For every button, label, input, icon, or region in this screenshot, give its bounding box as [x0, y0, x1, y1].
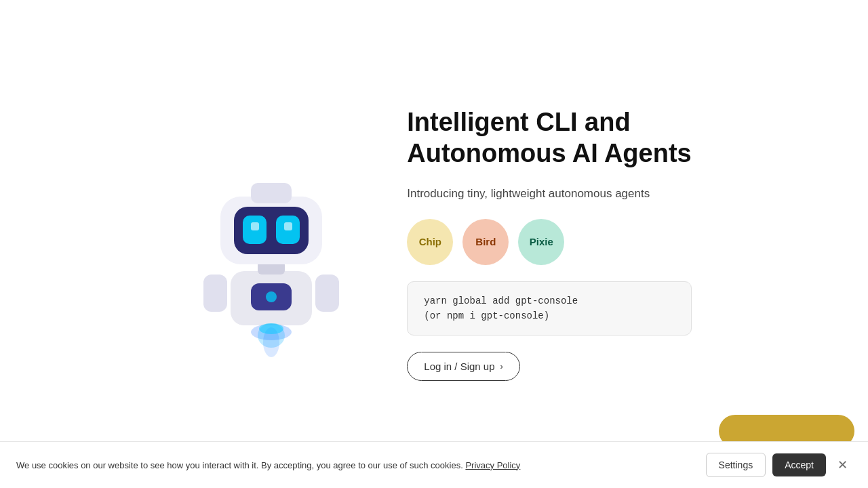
cookie-banner: We use cookies on our website to see how… — [0, 441, 868, 488]
cookie-accept-button[interactable]: Accept — [772, 453, 826, 476]
cookie-settings-button[interactable]: Settings — [706, 453, 766, 477]
agent-bird-button[interactable]: Bird — [462, 219, 509, 265]
cookie-text: We use cookies on our website to see how… — [16, 460, 695, 470]
svg-rect-8 — [284, 222, 292, 230]
cookie-close-button[interactable]: ✕ — [833, 455, 852, 474]
subtitle-text: Introducing tiny, lightweight autonomous… — [407, 185, 691, 203]
close-icon: ✕ — [837, 458, 848, 472]
svg-rect-7 — [251, 222, 259, 230]
svg-point-16 — [259, 323, 283, 334]
svg-rect-11 — [203, 274, 227, 312]
svg-rect-3 — [251, 183, 292, 203]
privacy-policy-link[interactable]: Privacy Policy — [465, 460, 520, 470]
install-code-block: yarn global add gpt-console (or npm i gp… — [407, 281, 691, 336]
svg-rect-12 — [315, 274, 339, 312]
chevron-right-icon: › — [500, 361, 503, 371]
login-signup-button[interactable]: Log in / Sign up › — [407, 352, 520, 381]
robot-illustration — [176, 115, 366, 373]
cookie-actions: Settings Accept ✕ — [706, 453, 852, 477]
agent-bubbles: Chip Bird Pixie — [407, 219, 691, 265]
right-content: Intelligent CLI and Autonomous AI Agents… — [407, 107, 691, 381]
svg-point-10 — [266, 291, 277, 302]
code-line-1: yarn global add gpt-console — [424, 296, 674, 306]
agent-chip-button[interactable]: Chip — [407, 219, 453, 265]
page-title: Intelligent CLI and Autonomous AI Agents — [407, 107, 691, 169]
agent-pixie-button[interactable]: Pixie — [518, 219, 564, 265]
code-line-2: (or npm i gpt-console) — [424, 310, 674, 321]
